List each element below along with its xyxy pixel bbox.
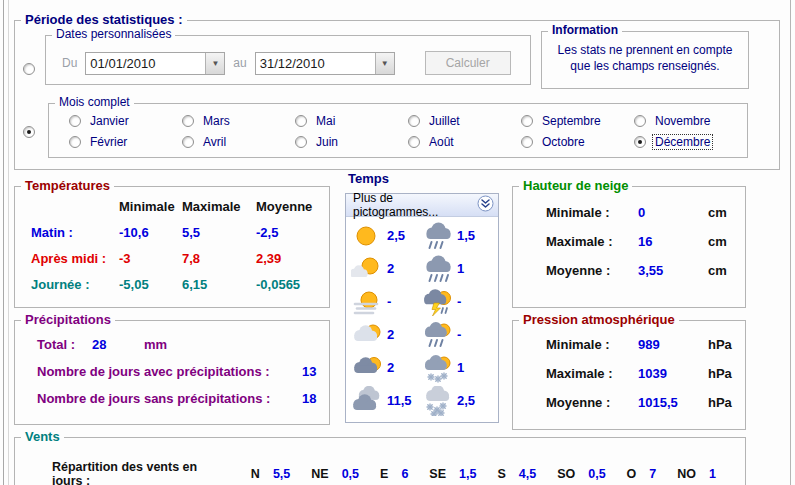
from-date-combobox[interactable]: 01/01/2010 ▼ (85, 52, 225, 75)
pressure-value: 1039 (638, 366, 708, 381)
precipitations-groupbox: Précipitations Total : 28 mm Nombre de j… (14, 320, 330, 425)
wind-direction: O (627, 467, 637, 481)
winds-distribution-label: Répartition des vents en jours : (52, 460, 225, 485)
weather-row: 21 (346, 252, 498, 285)
wind-direction: S (497, 467, 505, 481)
month-radio-novembre[interactable] (634, 115, 646, 127)
temp-col-header: Minimale (119, 199, 182, 214)
snow-value: 16 (638, 234, 708, 249)
temp-value: 7,8 (182, 251, 256, 266)
month-option-mars[interactable]: Mars (182, 114, 295, 128)
month-radio-aout[interactable] (408, 136, 420, 148)
weather-row: 11,52,5 (346, 384, 498, 417)
thunder-cloud-sun-icon (421, 287, 454, 317)
month-label: Octobre (540, 135, 587, 149)
custom-dates-radio[interactable] (23, 63, 35, 75)
temp-row-label: Journée : (31, 277, 119, 292)
more-pictograms-label: Plus de pictogrammes... (353, 191, 477, 219)
month-radio-juin[interactable] (295, 136, 307, 148)
month-option-juillet[interactable]: Juillet (408, 114, 521, 128)
month-option-septembre[interactable]: Septembre (521, 114, 634, 128)
temp-row-label: Matin : (31, 225, 119, 240)
information-groupbox: Information Les stats ne prennent en com… (541, 31, 749, 89)
temp-col-header: Moyenne (256, 199, 336, 214)
wind-pair-ne: NE0,5 (311, 467, 359, 481)
combo-dropdown-arrow-icon[interactable]: ▼ (375, 53, 394, 74)
month-label: Mars (201, 114, 232, 128)
pressure-label: Moyenne : (546, 395, 638, 410)
pressure-value: 989 (638, 337, 708, 352)
month-label: Août (427, 135, 456, 149)
month-radio-mars[interactable] (182, 115, 194, 127)
month-label: Février (88, 135, 129, 149)
information-title: Information (548, 23, 622, 37)
wind-direction: NO (677, 467, 696, 481)
month-radio-decembre[interactable] (634, 136, 646, 148)
month-radio-juillet[interactable] (408, 115, 420, 127)
snow-stat-row: Moyenne :3,55cm (513, 263, 745, 278)
pressure-label: Minimale : (546, 337, 638, 352)
winds-title: Vents (21, 429, 64, 444)
wind-pair-o: O7 (627, 467, 657, 481)
month-option-mai[interactable]: Mai (295, 114, 408, 128)
wind-pair-s: S4,5 (497, 467, 536, 481)
wind-value: 1,5 (459, 467, 476, 481)
month-option-octobre[interactable]: Octobre (521, 135, 634, 149)
month-option-janvier[interactable]: Janvier (69, 114, 182, 128)
snow-unit: cm (708, 234, 745, 249)
month-option-aout[interactable]: Août (408, 135, 521, 149)
window-edge-line (790, 0, 791, 485)
month-option-novembre[interactable]: Novembre (634, 114, 747, 128)
temp-value: -10,6 (119, 225, 182, 240)
temperatures-groupbox: Températures MinimaleMaximaleMoyenneMati… (14, 186, 330, 308)
full-month-radio[interactable] (23, 126, 35, 138)
weather-rows: 2,51,521--2-2111,52,5 (346, 217, 498, 417)
month-radio-septembre[interactable] (521, 115, 533, 127)
precip-total-value: 28 (92, 337, 144, 352)
temp-col-header: Maximale (182, 199, 256, 214)
snow-stat-row: Minimale :0cm (513, 205, 745, 220)
pressure-unit: hPa (708, 337, 745, 352)
combo-dropdown-arrow-icon[interactable]: ▼ (205, 53, 224, 74)
month-option-juin[interactable]: Juin (295, 135, 408, 149)
weather-row: -- (346, 285, 498, 318)
snow-height-rows: Minimale :0cmMaximale :16cmMoyenne :3,55… (513, 187, 745, 307)
wind-value: 5,5 (273, 467, 290, 481)
more-pictograms-dropdown[interactable]: Plus de pictogrammes... (346, 194, 498, 217)
weather-value: 1,5 (454, 228, 491, 243)
weather-value: 2 (384, 327, 421, 342)
precip-label: Nombre de jours avec précipitations : (37, 364, 302, 379)
month-option-fevrier[interactable]: Février (69, 135, 182, 149)
month-label: Juillet (427, 114, 462, 128)
snow-unit: cm (708, 263, 745, 278)
precip-value: 18 (302, 391, 329, 406)
winds-groupbox: Vents Répartition des vents en jours : N… (14, 437, 746, 485)
month-radio-mai[interactable] (295, 115, 307, 127)
snow-label: Maximale : (546, 234, 638, 249)
weather-value: - (384, 294, 421, 309)
month-label: Septembre (540, 114, 603, 128)
snow-value: 0 (638, 205, 708, 220)
to-date-combobox[interactable]: 31/12/2010 ▼ (255, 52, 395, 75)
weather-value: 2 (384, 360, 421, 375)
double-chevron-down-icon[interactable] (477, 195, 494, 215)
month-radio-avril[interactable] (182, 136, 194, 148)
wind-pair-se: SE1,5 (429, 467, 476, 481)
month-radio-janvier[interactable] (69, 115, 81, 127)
rain-cloud-sun-icon (421, 320, 454, 350)
month-radio-octobre[interactable] (521, 136, 533, 148)
month-option-avril[interactable]: Avril (182, 135, 295, 149)
month-radio-fevrier[interactable] (69, 136, 81, 148)
temperatures-title: Températures (21, 178, 114, 193)
to-date-value: 31/12/2010 (256, 53, 375, 74)
snow-cloud-sun-icon (421, 353, 454, 383)
temp-value: -2,5 (256, 225, 336, 240)
calculate-button[interactable]: Calculer (425, 51, 511, 75)
month-radio-group: JanvierFévrierMarsAvrilMaiJuinJuilletAoû… (49, 104, 747, 157)
pressure-stat-row: Moyenne :1015,5hPa (513, 395, 745, 410)
wind-direction: SE (429, 467, 446, 481)
from-date-value: 01/01/2010 (86, 53, 205, 74)
temp-row-label: Après midi : (31, 251, 119, 266)
wind-value: 4,5 (519, 467, 536, 481)
month-option-decembre[interactable]: Décembre (634, 135, 747, 149)
